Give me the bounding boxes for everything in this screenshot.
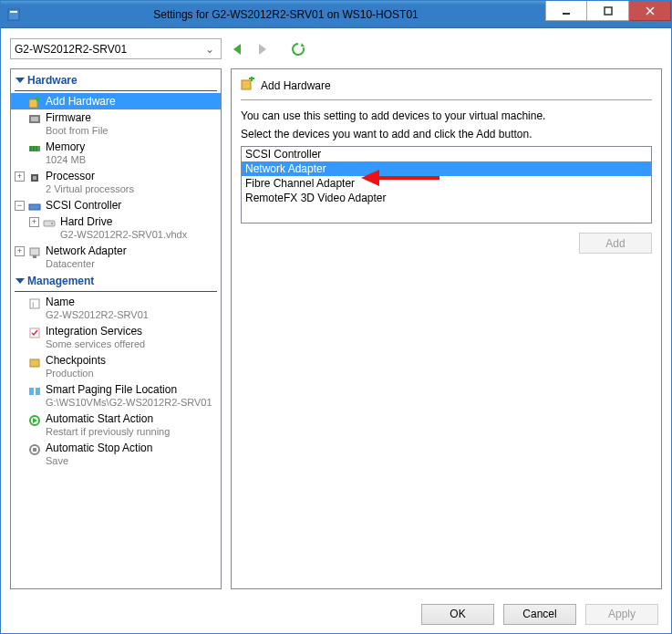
nav-forward-button[interactable] — [254, 42, 269, 57]
autostop-icon — [27, 442, 42, 457]
cancel-button[interactable]: Cancel — [503, 604, 576, 625]
minimize-button[interactable] — [545, 1, 587, 21]
tree-label: Name — [46, 296, 75, 308]
device-list[interactable]: SCSI ControllerNetwork AdapterFibre Chan… — [241, 146, 652, 223]
tree-label: Smart Paging File Location — [46, 383, 177, 396]
svg-rect-30 — [36, 388, 40, 395]
integration-icon — [27, 326, 42, 340]
add-button[interactable]: Add — [579, 233, 652, 254]
tree-item-firmware[interactable]: Firmware Boot from File — [11, 109, 221, 139]
tree-label: Add Hardware — [46, 95, 116, 108]
tree-sublabel: 1024 MB — [46, 154, 86, 165]
autostart-icon — [27, 413, 42, 428]
apply-button[interactable]: Apply — [585, 604, 658, 625]
tree-item-autostart[interactable]: Automatic Start Action Restart if previo… — [11, 411, 221, 440]
svg-rect-1 — [10, 11, 17, 13]
tree-sublabel: Datacenter — [46, 258, 95, 269]
svg-rect-37 — [251, 77, 253, 81]
svg-rect-9 — [29, 99, 37, 108]
right-panel-title: Add Hardware — [261, 79, 331, 92]
name-icon: I — [27, 296, 42, 311]
tree-item-add-hardware[interactable]: Add Hardware — [11, 93, 221, 109]
svg-rect-35 — [242, 80, 251, 89]
maximize-button[interactable] — [587, 1, 629, 21]
body: Hardware Add Hardware Firmware Boot from… — [1, 65, 671, 595]
device-option[interactable]: SCSI Controller — [242, 147, 651, 161]
device-option[interactable]: Fibre Channel Adapter — [242, 176, 651, 191]
svg-marker-7 — [259, 44, 266, 55]
tree-sublabel: G2-WS2012R2-SRV01.vhdx — [60, 229, 187, 240]
tree-item-name[interactable]: I Name G2-WS2012R2-SRV01 — [11, 294, 221, 323]
svg-marker-32 — [33, 418, 37, 423]
tree-item-integration[interactable]: Integration Services Some services offer… — [11, 323, 221, 352]
svg-rect-11 — [36, 97, 38, 101]
expander-icon[interactable]: − — [15, 201, 25, 211]
settings-tree[interactable]: Hardware Add Hardware Firmware Boot from… — [10, 68, 222, 589]
svg-rect-24 — [33, 255, 36, 258]
smartpaging-icon — [27, 384, 42, 399]
svg-rect-21 — [44, 221, 55, 226]
svg-rect-13 — [31, 117, 38, 121]
expander-icon[interactable]: + — [15, 246, 25, 256]
network-icon — [27, 245, 42, 260]
harddrive-icon — [42, 216, 57, 231]
add-hardware-icon — [27, 96, 42, 110]
svg-marker-6 — [233, 44, 241, 55]
tree-sublabel: 2 Virtual processors — [46, 183, 134, 194]
tree-item-processor[interactable]: + Processor 2 Virtual processors — [11, 168, 221, 197]
tree-item-memory[interactable]: Memory 1024 MB — [11, 139, 221, 168]
tree-sublabel: Save — [46, 455, 68, 466]
tree-sublabel: Production — [46, 368, 94, 379]
titlebar: Settings for G2-WS2012R2-SRV01 on WS10-H… — [1, 1, 671, 28]
device-option[interactable]: RemoteFX 3D Video Adapter — [242, 191, 651, 205]
right-desc-1: You can use this setting to add devices … — [241, 109, 652, 122]
settings-window: Settings for G2-WS2012R2-SRV01 on WS10-H… — [0, 0, 672, 634]
refresh-button[interactable] — [291, 42, 305, 57]
close-button[interactable] — [629, 1, 671, 21]
ok-button[interactable]: OK — [421, 604, 494, 625]
tree-item-harddrive[interactable]: + Hard Drive G2-WS2012R2-SRV01.vhdx — [11, 213, 221, 243]
svg-marker-8 — [301, 43, 305, 47]
svg-rect-3 — [605, 7, 612, 15]
vm-selector[interactable]: G2-WS2012R2-SRV01 ⌄ — [10, 38, 222, 59]
memory-icon — [27, 141, 42, 156]
scsi-icon — [27, 200, 42, 214]
checkpoints-icon — [27, 355, 42, 369]
svg-rect-23 — [30, 248, 39, 255]
nav-back-button[interactable] — [231, 42, 245, 57]
svg-rect-28 — [30, 359, 39, 367]
vm-selector-value: G2-WS2012R2-SRV01 — [15, 43, 127, 56]
tree-item-autostop[interactable]: Automatic Stop Action Save — [11, 440, 221, 469]
svg-rect-29 — [29, 388, 34, 395]
dialog-buttons: OK Cancel Apply — [1, 595, 671, 633]
chevron-down-icon: ⌄ — [202, 43, 217, 56]
tree-item-smartpaging[interactable]: Smart Paging File Location G:\WS10VMs\G2… — [11, 381, 221, 411]
tree-label: Integration Services — [46, 325, 142, 338]
device-option[interactable]: Network Adapter — [242, 161, 651, 176]
divider — [241, 99, 652, 100]
tree-label: Network Adapter — [46, 244, 127, 257]
tree-item-scsi[interactable]: − SCSI Controller — [11, 197, 221, 213]
expander-icon[interactable]: + — [15, 171, 25, 182]
svg-rect-19 — [33, 176, 36, 180]
tree-item-checkpoints[interactable]: Checkpoints Production — [11, 352, 221, 381]
tree-sublabel: Restart if previously running — [46, 426, 170, 437]
management-section-header[interactable]: Management — [11, 272, 221, 291]
tree-sublabel: G:\WS10VMs\G2-WS2012R2-SRV01 — [46, 397, 212, 408]
expander-icon[interactable]: + — [29, 217, 39, 227]
toolbar: G2-WS2012R2-SRV01 ⌄ — [1, 28, 671, 65]
tree-label: Hard Drive — [60, 215, 112, 228]
tree-label: Automatic Stop Action — [46, 442, 152, 454]
svg-rect-34 — [33, 448, 36, 452]
window-buttons — [545, 1, 671, 27]
tree-sublabel: Boot from File — [46, 125, 108, 136]
right-panel: Add Hardware You can use this setting to… — [231, 68, 662, 589]
hardware-section-header[interactable]: Hardware — [11, 71, 221, 90]
svg-rect-20 — [29, 204, 40, 210]
add-hardware-icon — [241, 77, 255, 94]
tree-label: Processor — [46, 170, 95, 182]
tree-item-nic[interactable]: + Network Adapter Datacenter — [11, 243, 221, 272]
tree-label: Memory — [46, 140, 85, 153]
svg-point-22 — [51, 223, 53, 224]
right-desc-2: Select the devices you want to add and c… — [241, 128, 652, 140]
